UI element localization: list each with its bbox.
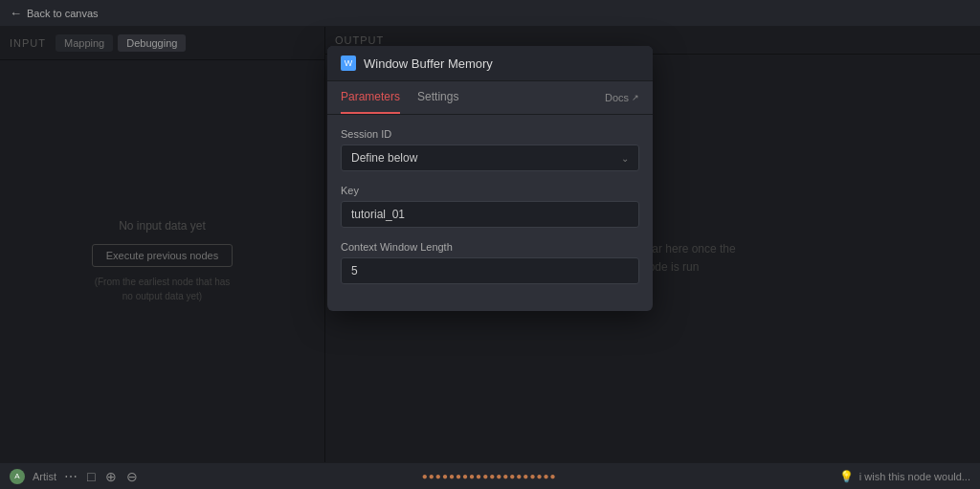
external-link-icon: ↗ [632,93,639,102]
tab-parameters[interactable]: Parameters [341,81,400,114]
docs-label: Docs [605,92,629,103]
username-label: Artist [33,471,56,482]
lightbulb-icon: 💡 [839,470,854,483]
session-id-field-group: Session ID Define below ⌄ [341,128,639,171]
key-label: Key [341,185,639,196]
session-id-value: Define below [351,151,417,165]
top-bar: ← Back to canvas [0,0,980,27]
modal-overlay: W Window Buffer Memory Parameters Settin… [0,27,980,462]
context-window-length-label: Context Window Length [341,241,639,253]
modal-title: Window Buffer Memory [364,56,493,71]
main-layout: INPUT Mapping Debugging No input data ye… [0,27,980,462]
modal-body: Session ID Define below ⌄ Key Context Wi… [327,115,653,311]
modal-icon: W [341,56,356,71]
tab-settings[interactable]: Settings [417,81,458,114]
back-label: Back to canvas [27,8,99,19]
context-window-length-input[interactable] [341,257,639,284]
chevron-down-icon: ⌄ [621,153,629,164]
modal-tabs: Parameters Settings Docs ↗ [327,81,653,115]
zoom-out-button[interactable]: ⊖ [124,469,140,484]
bottom-left: A Artist ⋯ □ ⊕ ⊖ [10,469,140,484]
zoom-in-button[interactable]: ⊕ [103,469,119,484]
modal-header: W Window Buffer Memory [327,46,653,81]
session-id-select[interactable]: Define below ⌄ [341,144,639,171]
back-arrow-icon: ← [10,6,22,20]
modal-window-buffer-memory: W Window Buffer Memory Parameters Settin… [327,46,653,311]
avatar: A [10,469,25,484]
key-field-group: Key [341,185,639,228]
more-options-button[interactable]: ⋯ [64,469,78,484]
fit-view-button[interactable]: □ [85,469,97,484]
back-button[interactable]: ← Back to canvas [10,6,99,20]
key-input[interactable] [341,201,639,228]
progress-indicator: ●●●●●●●●●●●●●●●●●●●● [422,471,557,481]
bottom-bar: A Artist ⋯ □ ⊕ ⊖ ●●●●●●●●●●●●●●●●●●●● 💡 … [0,462,980,489]
session-id-label: Session ID [341,128,639,140]
context-window-length-field-group: Context Window Length [341,241,639,284]
bottom-right: 💡 i wish this node would... [839,470,970,483]
docs-link[interactable]: Docs ↗ [605,92,639,103]
bottom-center: ●●●●●●●●●●●●●●●●●●●● [422,471,557,481]
zoom-controls: □ ⊕ ⊖ [85,469,139,484]
wish-label[interactable]: i wish this node would... [859,471,970,482]
